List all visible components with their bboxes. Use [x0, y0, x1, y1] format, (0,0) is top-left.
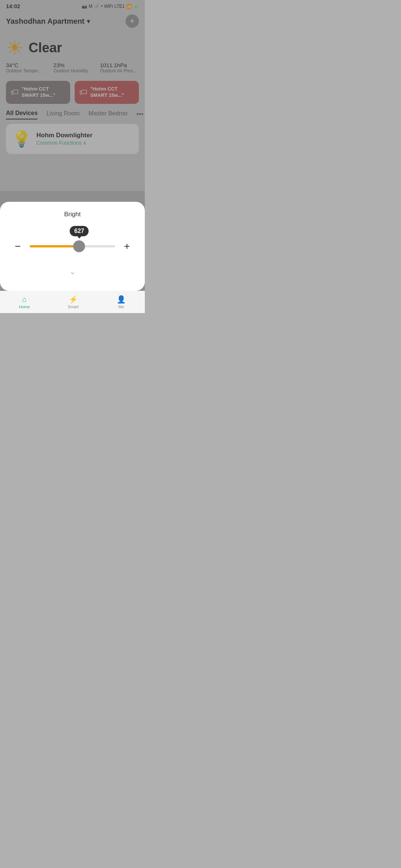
nav-me-label: Me	[118, 305, 124, 309]
nav-me[interactable]: 👤 Me	[117, 295, 126, 309]
sheet-title: Bright	[0, 211, 145, 218]
nav-home-label: Home	[19, 305, 30, 309]
bottom-nav: ⌂ Home ⚡ Smart 👤 Me	[0, 291, 145, 313]
me-icon: 👤	[117, 295, 126, 304]
slider-track	[30, 245, 115, 247]
slider-track-container[interactable]: 627	[30, 245, 115, 247]
chevron-down-icon: ⌄	[69, 267, 76, 276]
slider-increase-button[interactable]: +	[121, 240, 133, 252]
sheet-handle[interactable]: ⌄	[0, 267, 145, 276]
slider-value-bubble: 627	[70, 226, 89, 236]
slider-fill	[30, 245, 79, 247]
nav-smart[interactable]: ⚡ Smart	[68, 295, 78, 309]
slider-decrease-button[interactable]: −	[12, 240, 24, 252]
nav-smart-label: Smart	[68, 305, 78, 309]
slider-row: − 627 +	[12, 240, 133, 252]
smart-icon: ⚡	[69, 295, 78, 304]
home-icon: ⌂	[22, 295, 27, 304]
slider-section: − 627 +	[0, 240, 145, 252]
slider-thumb[interactable]	[73, 240, 85, 252]
brightness-sheet: Bright − 627 + ⌄	[0, 202, 145, 291]
nav-home[interactable]: ⌂ Home	[19, 295, 30, 309]
